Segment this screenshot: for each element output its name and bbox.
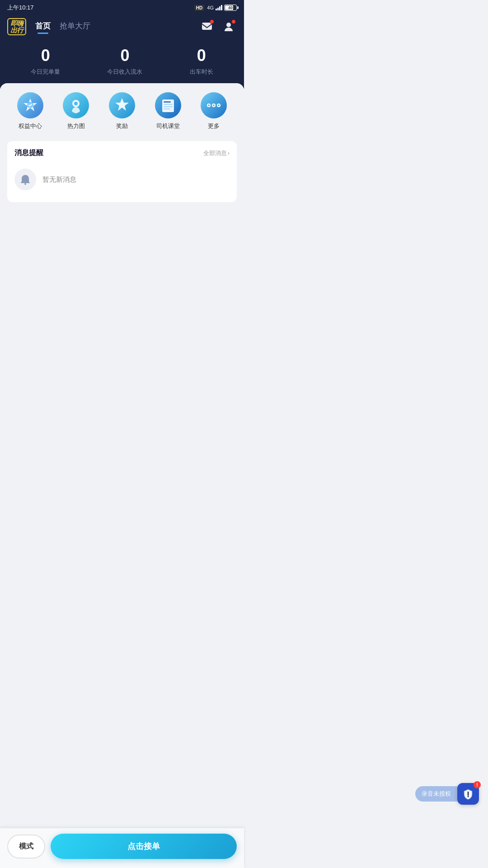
menu-item-more[interactable]: 更多 (201, 92, 227, 130)
profile-button[interactable] (221, 19, 237, 35)
menu-item-heatmap[interactable]: 热力图 (63, 92, 89, 130)
map-pin-icon (63, 92, 89, 118)
message-badge (210, 19, 214, 24)
menu-label-classroom: 司机课堂 (156, 122, 180, 130)
message-empty-text: 暂无新消息 (42, 175, 76, 184)
book-icon (155, 92, 181, 118)
quick-menu: 权益中心 热力图 (7, 92, 237, 130)
medal-icon (17, 92, 43, 118)
message-title: 消息提醒 (14, 148, 43, 158)
battery-icon: 40 (224, 5, 237, 11)
hd-badge: HD (194, 5, 204, 11)
svg-point-4 (27, 102, 33, 108)
message-button[interactable] (199, 19, 215, 35)
message-all-link[interactable]: 全部消息 › (203, 149, 230, 157)
svg-point-21 (213, 104, 215, 106)
signal-bars (216, 5, 222, 10)
logo-area: 即嗨出行 (7, 18, 26, 35)
tab-grab[interactable]: 抢单大厅 (60, 21, 90, 33)
menu-label-heatmap: 热力图 (67, 122, 85, 130)
menu-label-benefits: 权益中心 (19, 122, 42, 130)
menu-item-rewards[interactable]: 奖励 (109, 92, 135, 130)
status-right: HD 4G 40 (194, 5, 237, 11)
header-icons (199, 19, 237, 35)
stats-section: 0 今日完单量 0 今日收入流水 0 出车时长 (0, 42, 244, 89)
svg-rect-15 (164, 108, 170, 109)
stat-revenue: 0 今日收入流水 (107, 46, 142, 76)
svg-point-1 (226, 23, 231, 27)
notification-icon (14, 169, 36, 190)
message-section: 消息提醒 全部消息 › 暂无新消息 (7, 141, 237, 202)
nav-tabs: 首页 抢单大厅 (35, 21, 199, 33)
message-empty-state: 暂无新消息 (14, 164, 230, 195)
profile-badge (231, 19, 236, 24)
svg-point-22 (218, 104, 220, 106)
status-bar: 上午10:17 HD 4G 40 (0, 0, 244, 14)
header-nav: 即嗨出行 首页 抢单大厅 (0, 14, 244, 42)
tab-home[interactable]: 首页 (35, 21, 51, 33)
svg-rect-12 (164, 101, 171, 103)
logo: 即嗨出行 (7, 18, 26, 35)
signal-label: 4G (207, 5, 214, 10)
gift-icon (109, 92, 135, 118)
svg-point-20 (208, 104, 210, 106)
menu-item-benefits[interactable]: 权益中心 (17, 92, 43, 130)
menu-label-more: 更多 (208, 122, 220, 130)
menu-item-classroom[interactable]: 司机课堂 (155, 92, 181, 130)
menu-label-rewards: 奖励 (116, 122, 128, 130)
status-time: 上午10:17 (7, 4, 34, 12)
main-content: 权益中心 热力图 (0, 83, 244, 400)
chevron-right-icon: › (228, 150, 230, 156)
more-icon (201, 92, 227, 118)
svg-rect-14 (164, 106, 173, 107)
svg-point-23 (24, 183, 26, 185)
stat-orders: 0 今日完单量 (31, 46, 60, 76)
svg-rect-13 (164, 104, 173, 105)
stat-duration: 0 出车时长 (190, 46, 213, 76)
message-header: 消息提醒 全部消息 › (14, 148, 230, 158)
svg-point-7 (74, 102, 78, 105)
